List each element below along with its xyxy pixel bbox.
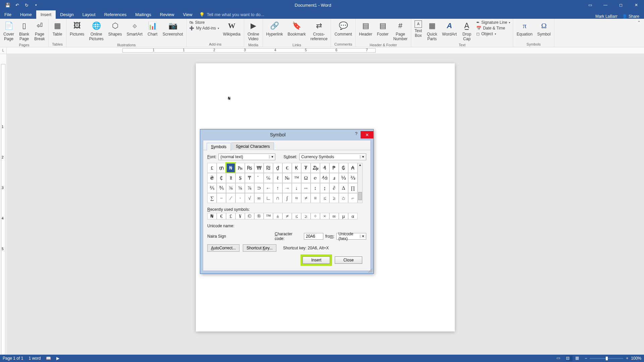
symbol-cell[interactable]: ₳	[348, 163, 358, 173]
recent-symbol-cell[interactable]: ×	[320, 213, 329, 220]
symbol-cell[interactable]: ⅎ	[329, 173, 339, 183]
cross-reference-button[interactable]: ⇄Cross- reference	[309, 20, 329, 42]
tab-selector[interactable]: L	[0, 47, 7, 54]
page-break-button[interactable]: ⏎Page Break	[33, 20, 46, 42]
tab-review[interactable]: Review	[156, 10, 179, 19]
symbol-button[interactable]: ΩSymbol	[536, 20, 552, 37]
minimize-icon[interactable]: —	[598, 0, 613, 10]
footer-button[interactable]: ▤Footer	[376, 20, 390, 37]
tab-design[interactable]: Design	[56, 10, 78, 19]
recent-symbol-cell[interactable]: ±	[273, 213, 282, 220]
symbol-cell[interactable]: ≡	[311, 193, 320, 203]
zoom-level[interactable]: 100%	[631, 356, 641, 361]
macro-icon[interactable]: ▶	[56, 356, 59, 361]
symbol-cell[interactable]: ℅	[264, 173, 273, 183]
text-box-button[interactable]: AText Box	[413, 20, 423, 39]
symbol-cell[interactable]: ⅓	[339, 173, 348, 183]
symbol-cell[interactable]: ₴	[207, 173, 217, 183]
symbol-cell[interactable]: €	[282, 163, 292, 173]
symbol-cell[interactable]: ₦	[226, 163, 235, 173]
symbol-cell[interactable]: ₷	[235, 173, 245, 183]
symbol-cell[interactable]: Ω	[301, 173, 311, 183]
dialog-close-icon[interactable]: ✕	[361, 131, 373, 138]
hyperlink-button[interactable]: 🔗Hyperlink	[265, 20, 284, 37]
cover-page-button[interactable]: 📄Cover Page	[2, 20, 15, 42]
tab-insert[interactable]: Insert	[36, 10, 56, 19]
tab-view[interactable]: View	[178, 10, 197, 19]
symbol-cell[interactable]: ⅝	[235, 183, 245, 193]
symbol-cell[interactable]: ↔	[301, 183, 311, 193]
document-text[interactable]: ₦	[228, 96, 230, 101]
screenshot-button[interactable]: 📷Screenshot	[161, 20, 184, 37]
my-addins-button[interactable]: ➕My Add-ins▾	[189, 25, 219, 31]
symbol-cell[interactable]: ∟	[264, 193, 273, 203]
close-button[interactable]: Close	[335, 256, 362, 264]
online-pictures-button[interactable]: 🌐Online Pictures	[88, 20, 105, 42]
help-icon[interactable]: ?	[352, 131, 361, 138]
symbol-cell[interactable]: ⊃	[254, 183, 264, 193]
qat-dropdown-icon[interactable]: ▾	[33, 2, 39, 8]
symbol-cell[interactable]: ₥	[217, 163, 226, 173]
scroll-track[interactable]	[358, 169, 362, 197]
shortcut-key-button[interactable]: Shortcut Key...	[243, 244, 276, 252]
recent-symbol-cell[interactable]: ∞	[329, 213, 339, 220]
tab-file[interactable]: File	[0, 10, 16, 19]
equation-button[interactable]: πEquation	[515, 20, 534, 37]
spellcheck-icon[interactable]: 📖	[46, 356, 51, 361]
symbol-cell[interactable]: ₨	[245, 163, 254, 173]
symbol-cell[interactable]: −	[217, 193, 226, 203]
share-button[interactable]: 👤 Share	[622, 14, 639, 19]
symbol-cell[interactable]: ₰	[320, 163, 329, 173]
symbol-scrollbar[interactable]: ▲ ▼	[358, 163, 363, 203]
web-layout-icon[interactable]: ▦	[575, 356, 582, 361]
shapes-button[interactable]: ⬡Shapes	[107, 20, 123, 37]
page-indicator[interactable]: Page 1 of 1	[3, 356, 23, 361]
symbol-cell[interactable]: ∏	[348, 183, 358, 193]
zoom-thumb[interactable]	[606, 357, 608, 360]
symbol-cell[interactable]: ₵	[217, 173, 226, 183]
scroll-up-icon[interactable]: ▲	[358, 163, 362, 169]
symbol-cell[interactable]: ∆	[339, 183, 348, 193]
recent-symbol-cell[interactable]: ≤	[292, 213, 301, 220]
symbol-cell[interactable]: ₮	[301, 163, 311, 173]
zoom-out-icon[interactable]: −	[585, 356, 587, 361]
chart-button[interactable]: 📊Chart	[146, 20, 159, 37]
recent-symbol-cell[interactable]: ©	[245, 213, 254, 220]
recent-symbol-cell[interactable]: ¥	[235, 213, 245, 220]
symbol-cell[interactable]: ₤	[207, 163, 217, 173]
symbol-cell[interactable]: ↓	[292, 183, 301, 193]
recent-symbol-cell[interactable]: £	[226, 213, 235, 220]
tab-special-characters[interactable]: Special Characters	[231, 142, 274, 150]
symbol-cell[interactable]: №	[282, 173, 292, 183]
ribbon-display-icon[interactable]: ▭	[582, 0, 598, 10]
wordart-button[interactable]: AWordArt	[441, 20, 458, 37]
signature-line-button[interactable]: ✒Signature Line▾	[476, 20, 511, 25]
redo-icon[interactable]: ↻	[23, 2, 30, 8]
symbol-cell[interactable]: ⃰	[254, 173, 264, 183]
recent-symbol-cell[interactable]: α	[348, 213, 358, 220]
zoom-slider[interactable]	[590, 358, 623, 359]
table-button[interactable]: ▦Table	[51, 20, 64, 37]
recent-symbol-cell[interactable]: ≥	[301, 213, 311, 220]
symbol-cell[interactable]: ⅔	[348, 173, 358, 183]
online-video-button[interactable]: ▶Online Video	[246, 20, 261, 42]
comment-button[interactable]: 💬Comment	[333, 20, 353, 37]
insert-button[interactable]: Insert	[303, 256, 330, 264]
symbol-cell[interactable]: →	[282, 183, 292, 193]
symbol-cell[interactable]: ⅍	[320, 173, 329, 183]
date-time-button[interactable]: 📅Date & Time	[476, 25, 506, 31]
tab-references[interactable]: References	[100, 10, 131, 19]
recent-symbol-cell[interactable]: ≠	[282, 213, 292, 220]
blank-page-button[interactable]: ▯Blank Page	[17, 20, 31, 42]
resize-grip-icon[interactable]	[368, 268, 372, 273]
symbol-cell[interactable]: ₱	[329, 163, 339, 173]
recent-symbol-cell[interactable]: ™	[264, 213, 273, 220]
ruler-h-track[interactable]: 1 1 2 3 4 5 6 7	[7, 47, 644, 54]
maximize-icon[interactable]: ◻	[613, 0, 629, 10]
recent-symbol-cell[interactable]: ₦	[207, 213, 217, 220]
symbol-cell[interactable]: ↑	[273, 183, 282, 193]
symbol-cell[interactable]: ↨	[320, 183, 329, 193]
recent-symbol-cell[interactable]: ®	[254, 213, 264, 220]
symbol-cell[interactable]: ₧	[235, 163, 245, 173]
symbol-cell[interactable]: ∂	[329, 183, 339, 193]
